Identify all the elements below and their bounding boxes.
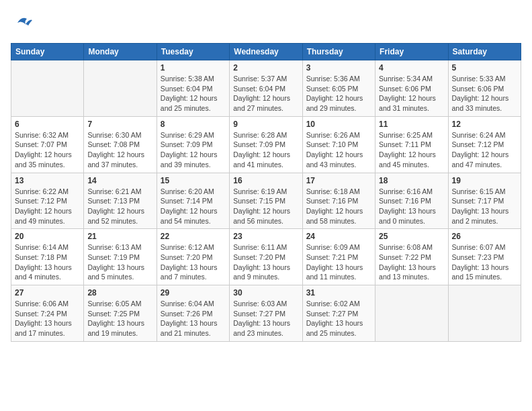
day-number: 13 — [15, 176, 80, 185]
day-info: Sunrise: 6:24 AM Sunset: 7:12 PM Dayligh… — [452, 130, 517, 170]
day-number: 15 — [161, 176, 226, 185]
header-friday: Friday — [375, 44, 448, 60]
calendar-header-row: SundayMondayTuesdayWednesdayThursdayFrid… — [11, 44, 521, 60]
calendar-cell: 15Sunrise: 6:20 AM Sunset: 7:14 PM Dayli… — [157, 173, 229, 229]
day-info: Sunrise: 6:28 AM Sunset: 7:09 PM Dayligh… — [233, 130, 298, 170]
day-info: Sunrise: 6:18 AM Sunset: 7:16 PM Dayligh… — [306, 187, 371, 226]
day-number: 25 — [379, 232, 444, 241]
day-number: 2 — [233, 63, 298, 73]
day-number: 8 — [161, 120, 226, 129]
header — [11, 11, 521, 38]
calendar-cell: 29Sunrise: 6:04 AM Sunset: 7:26 PM Dayli… — [157, 285, 229, 342]
week-row-5: 27Sunrise: 6:06 AM Sunset: 7:24 PM Dayli… — [11, 285, 521, 342]
day-number: 4 — [379, 63, 444, 73]
day-info: Sunrise: 6:12 AM Sunset: 7:20 PM Dayligh… — [161, 242, 226, 282]
calendar-cell: 17Sunrise: 6:18 AM Sunset: 7:16 PM Dayli… — [302, 173, 375, 229]
calendar-cell: 2Sunrise: 5:37 AM Sunset: 6:04 PM Daylig… — [230, 60, 302, 117]
calendar-cell: 22Sunrise: 6:12 AM Sunset: 7:20 PM Dayli… — [157, 229, 229, 285]
calendar-cell: 12Sunrise: 6:24 AM Sunset: 7:12 PM Dayli… — [448, 116, 521, 173]
day-number: 16 — [233, 176, 298, 185]
calendar-cell — [448, 285, 521, 342]
day-number: 20 — [15, 232, 80, 241]
day-number: 30 — [233, 288, 298, 298]
header-saturday: Saturday — [448, 44, 521, 60]
week-row-1: 1Sunrise: 5:38 AM Sunset: 6:04 PM Daylig… — [11, 60, 521, 117]
calendar-cell: 8Sunrise: 6:29 AM Sunset: 7:09 PM Daylig… — [157, 116, 229, 173]
calendar-cell: 25Sunrise: 6:08 AM Sunset: 7:22 PM Dayli… — [375, 229, 448, 285]
calendar-cell: 5Sunrise: 5:33 AM Sunset: 6:06 PM Daylig… — [448, 60, 521, 117]
calendar-cell: 14Sunrise: 6:21 AM Sunset: 7:13 PM Dayli… — [84, 173, 157, 229]
day-number: 7 — [87, 120, 152, 129]
calendar-cell: 18Sunrise: 6:16 AM Sunset: 7:16 PM Dayli… — [375, 173, 448, 229]
header-sunday: Sunday — [11, 44, 84, 60]
day-info: Sunrise: 6:21 AM Sunset: 7:13 PM Dayligh… — [87, 187, 152, 226]
header-thursday: Thursday — [302, 44, 375, 60]
day-info: Sunrise: 6:05 AM Sunset: 7:25 PM Dayligh… — [87, 299, 152, 338]
calendar-cell: 31Sunrise: 6:02 AM Sunset: 7:27 PM Dayli… — [302, 285, 375, 342]
day-info: Sunrise: 6:06 AM Sunset: 7:24 PM Dayligh… — [15, 299, 80, 338]
day-number: 26 — [452, 232, 517, 241]
day-info: Sunrise: 6:25 AM Sunset: 7:11 PM Dayligh… — [379, 130, 444, 170]
day-number: 27 — [15, 288, 80, 298]
day-number: 23 — [233, 232, 298, 241]
calendar-cell: 16Sunrise: 6:19 AM Sunset: 7:15 PM Dayli… — [230, 173, 302, 229]
day-number: 1 — [161, 63, 226, 73]
day-number: 28 — [87, 288, 152, 298]
header-monday: Monday — [84, 44, 157, 60]
day-number: 6 — [15, 120, 80, 129]
day-info: Sunrise: 6:29 AM Sunset: 7:09 PM Dayligh… — [161, 130, 226, 170]
day-info: Sunrise: 6:11 AM Sunset: 7:20 PM Dayligh… — [233, 242, 298, 282]
day-info: Sunrise: 6:16 AM Sunset: 7:16 PM Dayligh… — [379, 187, 444, 226]
day-info: Sunrise: 6:08 AM Sunset: 7:22 PM Dayligh… — [379, 242, 444, 282]
calendar-cell: 6Sunrise: 6:32 AM Sunset: 7:07 PM Daylig… — [11, 116, 84, 173]
calendar-cell — [84, 60, 157, 117]
day-info: Sunrise: 6:09 AM Sunset: 7:21 PM Dayligh… — [306, 242, 371, 282]
calendar-cell: 7Sunrise: 6:30 AM Sunset: 7:08 PM Daylig… — [84, 116, 157, 173]
day-info: Sunrise: 6:02 AM Sunset: 7:27 PM Dayligh… — [306, 299, 371, 338]
day-info: Sunrise: 6:13 AM Sunset: 7:19 PM Dayligh… — [87, 242, 152, 282]
day-info: Sunrise: 6:04 AM Sunset: 7:26 PM Dayligh… — [161, 299, 226, 338]
calendar-cell: 9Sunrise: 6:28 AM Sunset: 7:09 PM Daylig… — [230, 116, 302, 173]
calendar-cell — [375, 285, 448, 342]
logo-bird-icon — [12, 13, 32, 32]
day-number: 31 — [306, 288, 371, 298]
calendar-cell: 11Sunrise: 6:25 AM Sunset: 7:11 PM Dayli… — [375, 116, 448, 173]
day-info: Sunrise: 6:20 AM Sunset: 7:14 PM Dayligh… — [161, 187, 226, 226]
logo — [11, 11, 32, 38]
day-info: Sunrise: 6:22 AM Sunset: 7:12 PM Dayligh… — [15, 187, 80, 226]
calendar-cell: 30Sunrise: 6:03 AM Sunset: 7:27 PM Dayli… — [230, 285, 302, 342]
calendar-cell: 3Sunrise: 5:36 AM Sunset: 6:05 PM Daylig… — [302, 60, 375, 117]
week-row-3: 13Sunrise: 6:22 AM Sunset: 7:12 PM Dayli… — [11, 173, 521, 229]
day-number: 3 — [306, 63, 371, 73]
calendar-cell: 24Sunrise: 6:09 AM Sunset: 7:21 PM Dayli… — [302, 229, 375, 285]
day-number: 22 — [161, 232, 226, 241]
day-info: Sunrise: 6:26 AM Sunset: 7:10 PM Dayligh… — [306, 130, 371, 170]
calendar-cell: 19Sunrise: 6:15 AM Sunset: 7:17 PM Dayli… — [448, 173, 521, 229]
calendar-cell: 4Sunrise: 5:34 AM Sunset: 6:06 PM Daylig… — [375, 60, 448, 117]
day-number: 24 — [306, 232, 371, 241]
day-info: Sunrise: 5:33 AM Sunset: 6:06 PM Dayligh… — [452, 74, 517, 113]
calendar-cell: 21Sunrise: 6:13 AM Sunset: 7:19 PM Dayli… — [84, 229, 157, 285]
week-row-4: 20Sunrise: 6:14 AM Sunset: 7:18 PM Dayli… — [11, 229, 521, 285]
calendar-cell: 20Sunrise: 6:14 AM Sunset: 7:18 PM Dayli… — [11, 229, 84, 285]
day-number: 9 — [233, 120, 298, 129]
calendar-cell: 13Sunrise: 6:22 AM Sunset: 7:12 PM Dayli… — [11, 173, 84, 229]
day-number: 11 — [379, 120, 444, 129]
calendar-cell: 1Sunrise: 5:38 AM Sunset: 6:04 PM Daylig… — [157, 60, 229, 117]
day-info: Sunrise: 6:15 AM Sunset: 7:17 PM Dayligh… — [452, 187, 517, 226]
day-info: Sunrise: 6:03 AM Sunset: 7:27 PM Dayligh… — [233, 299, 298, 338]
day-info: Sunrise: 5:36 AM Sunset: 6:05 PM Dayligh… — [306, 74, 371, 113]
day-info: Sunrise: 5:37 AM Sunset: 6:04 PM Dayligh… — [233, 74, 298, 113]
day-number: 19 — [452, 176, 517, 185]
day-number: 10 — [306, 120, 371, 129]
day-info: Sunrise: 6:30 AM Sunset: 7:08 PM Dayligh… — [87, 130, 152, 170]
calendar-cell: 27Sunrise: 6:06 AM Sunset: 7:24 PM Dayli… — [11, 285, 84, 342]
day-info: Sunrise: 5:38 AM Sunset: 6:04 PM Dayligh… — [161, 74, 226, 113]
calendar: SundayMondayTuesdayWednesdayThursdayFrid… — [11, 43, 521, 342]
day-info: Sunrise: 6:19 AM Sunset: 7:15 PM Dayligh… — [233, 187, 298, 226]
day-info: Sunrise: 6:07 AM Sunset: 7:23 PM Dayligh… — [452, 242, 517, 282]
day-number: 12 — [452, 120, 517, 129]
day-info: Sunrise: 6:32 AM Sunset: 7:07 PM Dayligh… — [15, 130, 80, 170]
calendar-cell: 28Sunrise: 6:05 AM Sunset: 7:25 PM Dayli… — [84, 285, 157, 342]
header-wednesday: Wednesday — [230, 44, 302, 60]
